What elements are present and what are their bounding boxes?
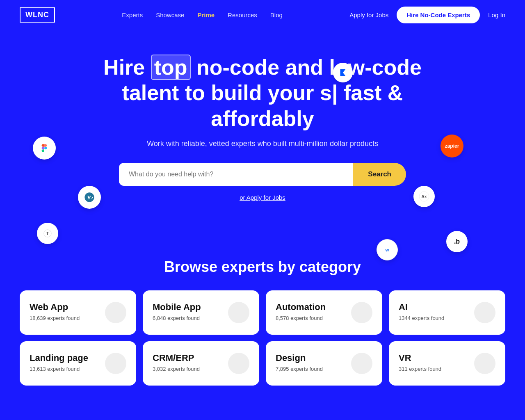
category-name: Automation	[276, 302, 326, 313]
category-name: CRM/ERP	[153, 353, 200, 363]
category-name: Design	[276, 353, 323, 363]
svg-text:Ax: Ax	[422, 194, 427, 199]
category-expert-count: 18,639 experts found	[30, 315, 80, 321]
category-card-content: CRM/ERP 3,032 experts found	[153, 353, 200, 372]
webflow-icon: W	[377, 239, 398, 260]
category-card[interactable]: AI 1344 experts found	[389, 290, 505, 335]
svg-text:W: W	[385, 248, 389, 252]
category-card[interactable]: CRM/ERP 3,032 experts found	[143, 341, 259, 386]
category-expert-count: 3,032 experts found	[153, 366, 200, 372]
category-card[interactable]: Mobile App 6,848 experts found	[143, 290, 259, 335]
category-card-content: Design 7,895 experts found	[276, 353, 323, 372]
category-card[interactable]: VR 311 experts found	[389, 341, 505, 386]
category-card[interactable]: Automation 8,578 experts found	[266, 290, 382, 335]
category-card[interactable]: Landing page 13,613 experts found	[20, 341, 136, 386]
category-expert-count: 8,578 experts found	[276, 315, 326, 321]
category-icon	[228, 353, 249, 374]
search-container: Search	[119, 163, 406, 186]
bubble-icon: .b	[446, 231, 468, 252]
nav-blog[interactable]: Blog	[270, 11, 283, 18]
framer-icon	[333, 63, 353, 82]
category-icon	[228, 302, 249, 323]
category-card[interactable]: Web App 18,639 experts found	[20, 290, 136, 335]
hero-headline: Hire top no-code and low-code talent to …	[78, 55, 447, 131]
category-card-content: Landing page 13,613 experts found	[30, 353, 88, 372]
category-card[interactable]: Design 7,895 experts found	[266, 341, 382, 386]
hero-section: T zapier Ax W .b Hire top no-code and lo…	[0, 30, 525, 242]
hero-subtext: Work with reliable, vetted experts who b…	[16, 139, 509, 148]
categories-section: Browse experts by category Web App 18,63…	[0, 242, 525, 402]
category-icon	[105, 302, 126, 323]
category-card-content: Automation 8,578 experts found	[276, 302, 326, 321]
category-expert-count: 1344 experts found	[399, 315, 444, 321]
category-card-content: AI 1344 experts found	[399, 302, 444, 321]
navbar: WLNC Experts Showcase Prime Resources Bl…	[0, 0, 525, 30]
search-button[interactable]: Search	[353, 163, 406, 186]
nav-experts[interactable]: Experts	[122, 11, 143, 18]
category-icon	[474, 353, 495, 374]
category-name: VR	[399, 353, 441, 363]
tally-icon: T	[37, 223, 58, 244]
category-icon	[474, 302, 495, 323]
nav-resources[interactable]: Resources	[228, 11, 257, 18]
svg-text:T: T	[46, 231, 49, 236]
category-expert-count: 311 experts found	[399, 366, 441, 372]
category-name: AI	[399, 302, 444, 313]
apply-for-jobs-link[interactable]: or Apply for Jobs	[240, 194, 285, 201]
search-input[interactable]	[119, 163, 353, 186]
category-name: Web App	[30, 302, 80, 313]
category-expert-count: 13,613 experts found	[30, 366, 88, 372]
category-name: Mobile App	[153, 302, 201, 313]
category-grid: Web App 18,639 experts found Mobile App …	[20, 290, 505, 386]
category-icon	[351, 353, 372, 374]
category-icon	[105, 353, 126, 374]
logo[interactable]: WLNC	[20, 7, 55, 23]
nav-right: Apply for Jobs Hire No-Code Experts Log …	[349, 7, 505, 23]
nav-apply-jobs[interactable]: Apply for Jobs	[349, 11, 388, 18]
category-card-content: Mobile App 6,848 experts found	[153, 302, 201, 321]
nav-showcase[interactable]: Showcase	[156, 11, 184, 18]
category-card-content: Web App 18,639 experts found	[30, 302, 80, 321]
ax-icon: Ax	[413, 186, 435, 207]
categories-title: Browse experts by category	[20, 258, 505, 276]
category-expert-count: 6,848 experts found	[153, 315, 201, 321]
category-name: Landing page	[30, 353, 88, 363]
nav-prime[interactable]: Prime	[197, 11, 215, 18]
nav-login[interactable]: Log In	[488, 11, 505, 18]
category-card-content: VR 311 experts found	[399, 353, 441, 372]
hire-experts-button[interactable]: Hire No-Code Experts	[397, 7, 480, 23]
wordpress-icon	[78, 186, 101, 209]
category-icon	[351, 302, 372, 323]
category-expert-count: 7,895 experts found	[276, 366, 323, 372]
